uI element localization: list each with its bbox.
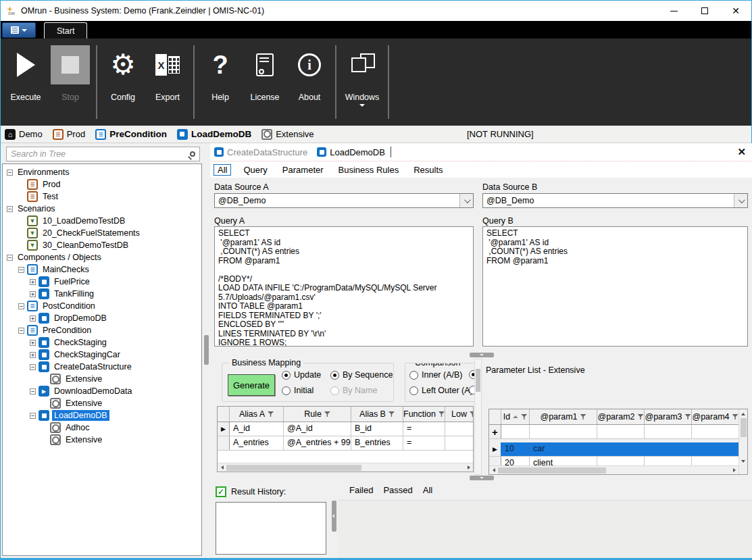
scrollbar-thumb[interactable]: [498, 467, 606, 474]
tree-item-tankfilling[interactable]: +TankFilling: [3, 288, 201, 300]
column-header-param3[interactable]: @param3: [645, 409, 692, 424]
result-tab-passed[interactable]: Passed: [383, 485, 412, 495]
tree-item-adhoc[interactable]: Adhoc: [3, 422, 201, 434]
doc-tab-loaddemodb[interactable]: LoadDemoDB: [317, 147, 385, 157]
filter-icon[interactable]: [438, 411, 445, 417]
scrollbar-thumb[interactable]: [226, 465, 361, 471]
table-cell[interactable]: @A_id: [284, 422, 351, 436]
collapse-icon[interactable]: −: [18, 328, 24, 334]
minimize-button[interactable]: [658, 1, 689, 21]
filter-icon[interactable]: [638, 414, 644, 419]
horizontal-splitter-bottom[interactable]: [210, 475, 752, 482]
tree-item-fuelprice[interactable]: +FuelPrice: [3, 276, 201, 288]
doc-tab-createdatastructure[interactable]: CreateDataStructure: [214, 147, 307, 157]
parameter-grid-hscrollbar[interactable]: [489, 465, 738, 474]
collapse-icon[interactable]: −: [7, 206, 13, 212]
query-b-text[interactable]: SELECT '@param1' AS id ,COUNT(*) AS entr…: [482, 226, 748, 347]
radio-icon[interactable]: [409, 386, 418, 395]
table-cell[interactable]: [597, 425, 645, 438]
radio-icon[interactable]: [330, 371, 339, 380]
filter-icon[interactable]: [388, 411, 395, 417]
query-a-text[interactable]: SELECT '@param1' AS id ,COUNT(*) AS entr…: [214, 226, 474, 347]
filter-icon[interactable]: [470, 411, 474, 417]
scrollbar-thumb[interactable]: [476, 369, 480, 392]
result-history-listbox[interactable]: [216, 502, 326, 555]
column-header-rule[interactable]: Rule: [284, 407, 351, 422]
tree-item-test[interactable]: ≡Test: [3, 190, 201, 203]
tab-all[interactable]: All: [214, 164, 231, 176]
maximize-button[interactable]: [689, 1, 720, 21]
table-cell[interactable]: [597, 442, 645, 456]
radio-icon[interactable]: [409, 371, 418, 380]
collapse-icon[interactable]: −: [18, 267, 24, 273]
config-button[interactable]: ⚙Config: [101, 40, 145, 126]
column-header-low[interactable]: Low: [445, 407, 474, 422]
filter-icon[interactable]: [580, 414, 586, 419]
search-icon[interactable]: [186, 147, 199, 161]
dropdown-button[interactable]: [459, 194, 473, 207]
table-cell[interactable]: 10: [501, 442, 530, 456]
radio-icon[interactable]: [330, 386, 339, 395]
scroll-down-icon[interactable]: [739, 457, 748, 465]
column-header-id[interactable]: Id: [501, 409, 530, 424]
tree-item-environments[interactable]: −Environments: [3, 166, 201, 178]
windows-button[interactable]: Windows: [340, 40, 384, 126]
scrollbar-thumb[interactable]: [741, 418, 747, 437]
expand-icon[interactable]: +: [30, 315, 36, 322]
table-cell[interactable]: =: [403, 422, 445, 436]
table-row[interactable]: ▶10car: [489, 442, 747, 457]
tree-item-checkstagingcar[interactable]: +CheckStagingCar: [3, 349, 201, 361]
column-header-function[interactable]: Function: [403, 407, 445, 422]
about-button[interactable]: iAbout: [287, 40, 332, 126]
ribbon-tab-start[interactable]: Start: [44, 22, 87, 39]
collapse-icon[interactable]: −: [7, 170, 13, 176]
table-cell[interactable]: [445, 422, 474, 436]
scroll-right-icon[interactable]: [464, 463, 473, 472]
parameter-grid-vscrollbar[interactable]: [738, 409, 747, 474]
table-cell[interactable]: @A_entries + 999: [284, 436, 351, 450]
search-input[interactable]: [7, 149, 186, 159]
tab-parameter[interactable]: Parameter: [280, 164, 326, 176]
tab-results[interactable]: Results: [411, 164, 445, 176]
tree-item-checkstaging[interactable]: +CheckStaging: [3, 336, 201, 349]
result-tab-all[interactable]: All: [423, 485, 432, 495]
scroll-up-icon[interactable]: [739, 409, 748, 418]
generate-button[interactable]: Generate: [228, 374, 275, 396]
app-menu-button[interactable]: [2, 22, 36, 38]
column-header-param1[interactable]: @param1: [530, 409, 597, 424]
tree-item-createdatastructure[interactable]: −CreateDataStructure: [3, 361, 201, 373]
tree-item-postcondition[interactable]: −≡PostCondition: [3, 300, 201, 312]
license-button[interactable]: License: [243, 40, 287, 126]
table-cell[interactable]: [445, 436, 474, 450]
table-cell[interactable]: [645, 442, 692, 456]
table-cell[interactable]: [645, 425, 692, 438]
radio-icon[interactable]: [282, 386, 291, 395]
table-cell[interactable]: [530, 425, 597, 438]
tree-item-components-objects[interactable]: −Components / Objects: [3, 251, 201, 263]
filter-icon[interactable]: [732, 414, 738, 419]
table-cell[interactable]: B_id: [351, 422, 403, 436]
breadcrumb-item-prod[interactable]: ≡Prod: [53, 129, 85, 140]
tree-item-30-cleandemotestdb[interactable]: 30_CleanDemoTestDB: [3, 239, 201, 251]
table-row[interactable]: ▶A_id@A_idB_id=: [218, 422, 473, 436]
result-tab-failed[interactable]: Failed: [349, 485, 373, 495]
tree-item-10-loaddemotestdb[interactable]: 10_LoadDemoTestDB: [3, 215, 201, 227]
tab-query[interactable]: Query: [241, 164, 270, 176]
collapse-icon[interactable]: −: [30, 413, 36, 419]
radio-left-outer-a[interactable]: Left Outer (A): [409, 386, 473, 395]
tree-item-extensive[interactable]: Extensive: [3, 434, 201, 446]
help-button[interactable]: ?Help: [198, 40, 243, 126]
column-header-param4[interactable]: @param4: [692, 409, 739, 424]
close-button[interactable]: ✕: [720, 1, 751, 21]
radio-update[interactable]: Update: [282, 370, 321, 380]
filter-icon[interactable]: [685, 414, 691, 419]
collapse-icon[interactable]: −: [7, 255, 13, 261]
tree-item-downloaddemodata[interactable]: −▶DownloadDemoData: [3, 385, 201, 397]
data-source-b-dropdown[interactable]: @DB_Demo: [482, 193, 748, 208]
execute-button[interactable]: Execute: [3, 40, 48, 126]
tree-item-precondition[interactable]: −≡PreCondition: [3, 324, 201, 336]
filter-icon[interactable]: [521, 414, 527, 419]
dropdown-button[interactable]: [734, 194, 747, 207]
breadcrumb-item-extensive[interactable]: Extensive: [261, 129, 314, 140]
middle-vscrollbar[interactable]: [474, 359, 482, 475]
